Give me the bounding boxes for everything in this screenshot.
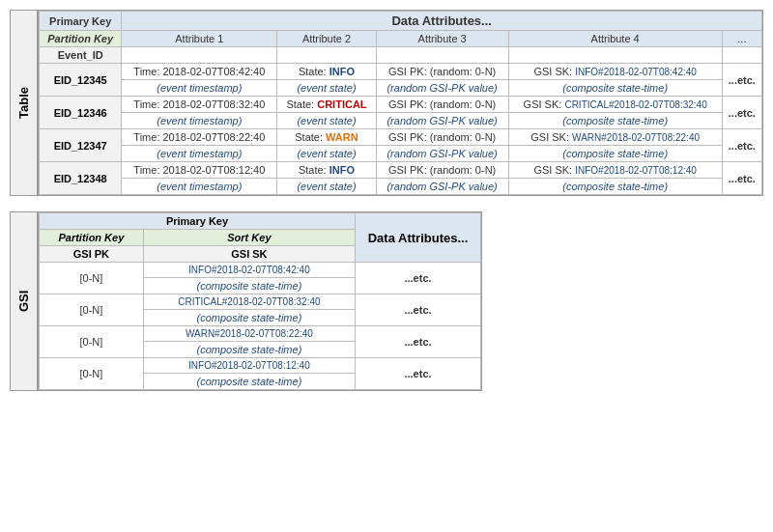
attr4-gsisk-cell: GSI SK: INFO#2018-02-07T08:12:40 bbox=[508, 162, 722, 179]
event-id-cell: EID_12345 bbox=[40, 64, 122, 97]
table-row-desc: (event timestamp)(event state)(random GS… bbox=[40, 179, 762, 195]
attr4-desc-cell: (composite state-time) bbox=[508, 80, 722, 97]
gsi-sk-value-cell: INFO#2018-02-07T08:42:40 bbox=[143, 263, 355, 278]
gsi-etc-cell: ...etc. bbox=[356, 263, 481, 294]
gsi-pk-cell: [0-N] bbox=[40, 358, 144, 390]
attr1-time-cell: Time: 2018-02-07T08:22:40 bbox=[122, 129, 277, 146]
gsi-row: [0-N]WARN#2018-02-07T08:22:40...etc. bbox=[40, 326, 481, 342]
gsi-etc-cell: ...etc. bbox=[356, 358, 481, 390]
gsi-table-wrapper: Primary Key Data Attributes... Partition… bbox=[38, 211, 482, 391]
event-id-cell: EID_12347 bbox=[40, 129, 122, 162]
event-id-header: Event_ID bbox=[40, 47, 122, 64]
attr2-state-cell: State: INFO bbox=[277, 162, 376, 179]
attr3-desc-cell: (random GSI-PK value) bbox=[376, 113, 508, 129]
table-row: EID_12345Time: 2018-02-07T08:42:40State:… bbox=[40, 64, 762, 80]
attr1-time-cell: Time: 2018-02-07T08:12:40 bbox=[122, 162, 277, 179]
attr3-gsipk-cell: GSI PK: (random: 0-N) bbox=[376, 129, 508, 146]
attr3-desc-cell: (random GSI-PK value) bbox=[376, 80, 508, 97]
attr1-time-cell: Time: 2018-02-07T08:42:40 bbox=[122, 64, 277, 80]
attr2-sub-header bbox=[277, 47, 376, 64]
attr1-desc-cell: (event timestamp) bbox=[122, 113, 277, 129]
gsi-data-attrs-header: Data Attributes... bbox=[356, 213, 481, 263]
gsi-primary-key-header: Primary Key bbox=[40, 213, 356, 230]
attr3-sub-header bbox=[376, 47, 508, 64]
table-row: EID_12347Time: 2018-02-07T08:22:40State:… bbox=[40, 129, 762, 146]
attr4-gsisk-cell: GSI SK: WARN#2018-02-07T08:22:40 bbox=[508, 129, 722, 146]
attr4-sub-header bbox=[508, 47, 722, 64]
etc-cell: ...etc. bbox=[722, 129, 761, 162]
attr2-desc-cell: (event state) bbox=[277, 80, 376, 97]
gsi-partition-key-header: Partition Key bbox=[40, 230, 144, 246]
table-row: EID_12346Time: 2018-02-07T08:32:40State:… bbox=[40, 97, 762, 113]
attr3-desc-cell: (random GSI-PK value) bbox=[376, 179, 508, 195]
event-id-cell: EID_12346 bbox=[40, 97, 122, 129]
ellipsis-sub-header bbox=[722, 47, 761, 64]
attr2-state-cell: State: INFO bbox=[277, 64, 376, 80]
attr4-desc-cell: (composite state-time) bbox=[508, 146, 722, 162]
data-attrs-header: Data Attributes... bbox=[122, 12, 762, 31]
attr2-state-cell: State: CRITICAL bbox=[277, 97, 376, 113]
gsi-etc-cell: ...etc. bbox=[356, 326, 481, 358]
gsi-row: [0-N]INFO#2018-02-07T08:12:40...etc. bbox=[40, 358, 481, 374]
table-row-desc: (event timestamp)(event state)(random GS… bbox=[40, 113, 762, 129]
primary-key-header: Primary Key bbox=[40, 12, 122, 31]
event-id-cell: EID_12348 bbox=[40, 162, 122, 195]
table-section: Table Primary Key Data Attributes... Par… bbox=[10, 10, 763, 196]
gsi-sk-value-cell: CRITICAL#2018-02-07T08:32:40 bbox=[143, 294, 355, 310]
main-table: Primary Key Data Attributes... Partition… bbox=[39, 11, 762, 195]
attr2-state-cell: State: WARN bbox=[277, 129, 376, 146]
gsi-sk-desc-cell: (composite state-time) bbox=[143, 342, 355, 358]
gsi-pk-col-header: GSI PK bbox=[40, 246, 144, 263]
gsi-pk-cell: [0-N] bbox=[40, 294, 144, 326]
gsi-sk-value-cell: WARN#2018-02-07T08:22:40 bbox=[143, 326, 355, 342]
ellipsis-header: ... bbox=[722, 31, 761, 47]
partition-key-header: Partition Key bbox=[40, 31, 122, 47]
gsi-sk-desc-cell: (composite state-time) bbox=[143, 310, 355, 326]
etc-cell: ...etc. bbox=[722, 97, 761, 129]
attr3-gsipk-cell: GSI PK: (random: 0-N) bbox=[376, 64, 508, 80]
table-label: Table bbox=[10, 10, 38, 196]
gsi-label: GSI bbox=[10, 211, 38, 391]
gsi-sort-key-header: Sort Key bbox=[143, 230, 355, 246]
attr4-desc-cell: (composite state-time) bbox=[508, 113, 722, 129]
gsi-sk-desc-cell: (composite state-time) bbox=[143, 278, 355, 294]
etc-cell: ...etc. bbox=[722, 64, 761, 97]
attr2-desc-cell: (event state) bbox=[277, 179, 376, 195]
attr1-desc-cell: (event timestamp) bbox=[122, 80, 277, 97]
gsi-row: [0-N]CRITICAL#2018-02-07T08:32:40...etc. bbox=[40, 294, 481, 310]
gsi-section: GSI Primary Key Data Attributes... Parti… bbox=[10, 211, 763, 391]
gsi-table: Primary Key Data Attributes... Partition… bbox=[39, 212, 481, 390]
attr2-desc-cell: (event state) bbox=[277, 146, 376, 162]
attr1-desc-cell: (event timestamp) bbox=[122, 179, 277, 195]
attr3-desc-cell: (random GSI-PK value) bbox=[376, 146, 508, 162]
attr4-gsisk-cell: GSI SK: CRITICAL#2018-02-07T08:32:40 bbox=[508, 97, 722, 113]
attr3-gsipk-cell: GSI PK: (random: 0-N) bbox=[376, 162, 508, 179]
attr3-header: Attribute 3 bbox=[376, 31, 508, 47]
gsi-row: [0-N]INFO#2018-02-07T08:42:40...etc. bbox=[40, 263, 481, 278]
attr4-desc-cell: (composite state-time) bbox=[508, 179, 722, 195]
attr1-desc-cell: (event timestamp) bbox=[122, 146, 277, 162]
attr4-header: Attribute 4 bbox=[508, 31, 722, 47]
table-row: EID_12348Time: 2018-02-07T08:12:40State:… bbox=[40, 162, 762, 179]
gsi-pk-cell: [0-N] bbox=[40, 263, 144, 294]
table-row-desc: (event timestamp)(event state)(random GS… bbox=[40, 80, 762, 97]
attr3-gsipk-cell: GSI PK: (random: 0-N) bbox=[376, 97, 508, 113]
table-row-desc: (event timestamp)(event state)(random GS… bbox=[40, 146, 762, 162]
gsi-sk-col-header: GSI SK bbox=[143, 246, 355, 263]
gsi-pk-cell: [0-N] bbox=[40, 326, 144, 358]
attr2-desc-cell: (event state) bbox=[277, 113, 376, 129]
gsi-sk-desc-cell: (composite state-time) bbox=[143, 374, 355, 390]
attr2-header: Attribute 2 bbox=[277, 31, 376, 47]
attr1-header: Attribute 1 bbox=[122, 31, 277, 47]
etc-cell: ...etc. bbox=[722, 162, 761, 195]
table-wrapper: Primary Key Data Attributes... Partition… bbox=[38, 10, 763, 196]
gsi-etc-cell: ...etc. bbox=[356, 294, 481, 326]
attr4-gsisk-cell: GSI SK: INFO#2018-02-07T08:42:40 bbox=[508, 64, 722, 80]
gsi-sk-value-cell: INFO#2018-02-07T08:12:40 bbox=[143, 358, 355, 374]
attr1-time-cell: Time: 2018-02-07T08:32:40 bbox=[122, 97, 277, 113]
attr1-sub-header bbox=[122, 47, 277, 64]
